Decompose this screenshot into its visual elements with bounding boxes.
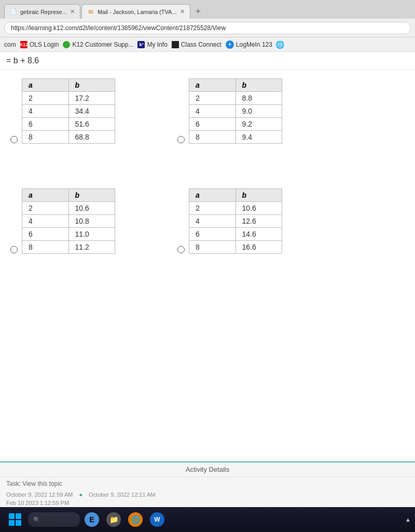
table-row: 6 14.6 [189, 228, 282, 241]
radio-spacer-br0 [177, 213, 185, 228]
cell: 4 [22, 215, 69, 228]
activity-task: Task: View this topic [0, 477, 415, 490]
taskbar-app-icon-3: 🌐 [128, 512, 143, 527]
table-top-left: a b 2 17.2 4 34.4 [22, 78, 115, 144]
k12-blue-badge-icon: k² [137, 41, 145, 48]
table-row: 2 10.6 [22, 202, 115, 215]
tab-mail-label: Mail - Jackson, Lamaria (TVA... [98, 9, 177, 15]
tab-bar: 📄 gebraic Represe... ✕ ✉ Mail - Jackson,… [0, 0, 415, 19]
cell: 8 [189, 241, 236, 254]
bookmark-class-connect[interactable]: Class Connect [172, 41, 222, 48]
radio-spacer-tr4 [177, 161, 185, 176]
bookmark-k12-customer-label: K12 Customer Supp... [72, 41, 133, 48]
radio-row-tl-1[interactable] [10, 132, 18, 147]
table-row: 6 11.0 [22, 228, 115, 241]
table-row: 2 17.2 [22, 92, 115, 105]
cell: 11.0 [68, 228, 115, 241]
table-row: 2 10.6 [189, 202, 282, 215]
cell: 6 [22, 228, 69, 241]
taskbar-app-1[interactable]: E [82, 510, 102, 529]
radio-top-left-row2[interactable] [10, 136, 18, 143]
cell: 6 [22, 118, 69, 131]
bookmark-com-label: com [4, 41, 16, 48]
cell: 8 [22, 241, 69, 254]
bookmark-logmein[interactable]: + LogMeIn 123 [226, 40, 272, 49]
address-bar: https://learning.k12.com/d2l/le/content/… [0, 19, 415, 37]
radio-spacer-bl3 [10, 271, 18, 286]
bookmark-k12-customer[interactable]: K12 Customer Supp... [63, 41, 133, 48]
activity-section: Activity Details Task: View this topic O… [0, 461, 415, 507]
cell: 9.4 [236, 131, 282, 144]
url-input[interactable]: https://learning.k12.com/d2l/le/content/… [4, 22, 411, 34]
cell: 17.2 [68, 92, 115, 105]
radio-bottom-right-row2[interactable] [177, 246, 185, 253]
activity-timestamps: October 9, 2022 12:59 AM ● October 9, 20… [0, 490, 415, 499]
tab-algebraic[interactable]: 📄 gebraic Represe... ✕ [4, 4, 80, 19]
activity-title: Activity Details [0, 462, 415, 477]
radio-row-tr-1[interactable] [177, 132, 185, 147]
radio-row-br-1[interactable] [177, 242, 185, 257]
table-row: 8 16.6 [189, 241, 282, 254]
bookmark-logmein-label: LogMeIn 123 [236, 41, 272, 48]
cell: 2 [189, 92, 236, 105]
bookmark-globe[interactable]: 🌐 [276, 41, 284, 48]
taskbar-app-2[interactable]: 📁 [104, 510, 123, 529]
page-content: = b + 8.6 [0, 52, 415, 532]
tab-mail-close-icon[interactable]: ✕ [180, 8, 185, 15]
cell: 9.2 [236, 118, 282, 131]
cell: 2 [22, 202, 69, 215]
bookmark-my-info[interactable]: k² My Info [137, 41, 167, 48]
activity-date: Feb 10 2023 1:12:59 PM [0, 499, 415, 507]
timestamp-1: October 9, 2022 12:59 AM [6, 492, 73, 498]
col-header-a-bl: a [22, 189, 69, 202]
tab-close-icon[interactable]: ✕ [70, 8, 75, 15]
table-row: 6 9.2 [189, 118, 282, 131]
new-tab-button[interactable]: + [191, 4, 205, 19]
tab-page-icon: 📄 [10, 8, 17, 16]
taskbar-search[interactable]: 🔍 [28, 512, 80, 527]
timestamp-2: October 9, 2022 12:11 AM [89, 492, 155, 498]
taskbar-right: ▲ [405, 516, 411, 523]
tab-mail[interactable]: ✉ Mail - Jackson, Lamaria (TVA... ✕ [81, 4, 190, 19]
cell: 10.8 [68, 215, 115, 228]
cell: 16.6 [236, 241, 282, 254]
col-header-a-tl: a [22, 79, 69, 92]
radio-row-bl-1[interactable] [10, 242, 18, 257]
table-row: 4 12.6 [189, 215, 282, 228]
tables-bottom-row: a b 2 10.6 4 10.8 [10, 188, 405, 286]
radio-spacer-tr3 [177, 147, 185, 161]
cell: 14.6 [236, 228, 282, 241]
radio-top-right-row2[interactable] [177, 136, 185, 143]
taskbar-app-3[interactable]: 🌐 [126, 510, 145, 529]
radio-spacer-2 [10, 118, 18, 132]
cell: 68.8 [68, 131, 115, 144]
table-bottom-left-container: a b 2 10.6 4 10.8 [10, 188, 115, 286]
table-top-right-container: a b 2 8.8 4 9.0 [177, 78, 282, 176]
table-row: 4 9.0 [189, 105, 282, 118]
bookmark-my-info-label: My Info [147, 41, 167, 48]
col-header-a-br: a [189, 189, 236, 202]
cell: 4 [189, 215, 236, 228]
cell: 2 [22, 92, 69, 105]
radio-bottom-left-row2[interactable] [10, 246, 18, 253]
radio-col-bottom-right [177, 188, 185, 286]
taskbar-app-4[interactable]: W [147, 510, 167, 529]
radio-col-top-right [177, 78, 185, 176]
k12-badge-icon: K12 [20, 41, 27, 48]
clock-display: ▲ [405, 516, 411, 523]
cell: 9.0 [236, 105, 282, 118]
cell: 8 [189, 131, 236, 144]
start-button[interactable] [4, 510, 26, 529]
radio-spacer-tr1 [177, 103, 185, 118]
browser-window: 📄 gebraic Represe... ✕ ✉ Mail - Jackson,… [0, 0, 415, 532]
equation-text: = b + 8.6 [6, 56, 39, 65]
table-row: 4 10.8 [22, 215, 115, 228]
taskbar-app-icon-1: E [85, 512, 99, 527]
bookmark-k12-ols[interactable]: K12 OLS Login [20, 41, 59, 48]
timestamp-circle-icon: ● [79, 492, 82, 498]
radio-spacer-bl1 [10, 228, 18, 242]
green-dot-icon [63, 41, 70, 48]
bookmark-com[interactable]: com [4, 41, 16, 48]
radio-spacer-1 [10, 103, 18, 118]
taskbar-app-icon-2: 📁 [106, 512, 121, 527]
